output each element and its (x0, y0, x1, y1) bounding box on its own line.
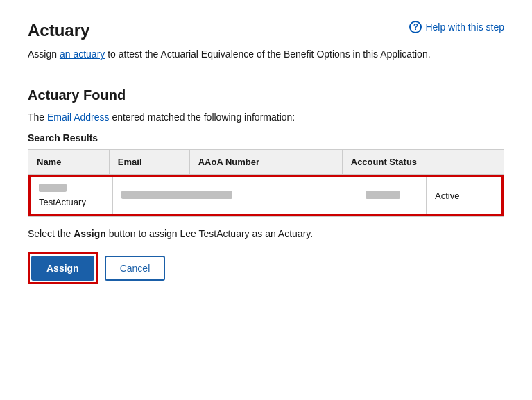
cancel-button[interactable]: Cancel (105, 256, 166, 281)
assign-instruction: Select the Assign button to assign Lee T… (28, 227, 504, 241)
info-suffix: entered matched the following informatio… (110, 112, 295, 123)
info-prefix: The (28, 112, 47, 123)
description-link: an actuary (60, 49, 105, 60)
cell-aaoa (357, 176, 427, 216)
assign-instruction-bold: Assign (74, 228, 106, 239)
info-text: The Email Address entered matched the fo… (28, 112, 504, 123)
cell-email (113, 176, 357, 216)
description-suffix: to attest the Actuarial Equivalence of t… (105, 49, 430, 60)
cell-status: Active (427, 176, 503, 216)
search-results-label: Search Results (28, 132, 504, 144)
help-icon: ? (409, 21, 422, 33)
col-header-name: Name (28, 150, 109, 175)
name-text: TestActuary (39, 197, 86, 207)
help-link[interactable]: ? Help with this step (409, 21, 504, 33)
section-title: Actuary Found (28, 87, 504, 103)
results-table: Name Email AAoA Number Account Status (28, 150, 504, 216)
description-prefix: Assign (28, 49, 60, 60)
table-row[interactable]: TestActuary Active (30, 176, 503, 216)
assign-button[interactable]: Assign (31, 256, 94, 281)
status-text: Active (435, 191, 459, 201)
email-address-highlight: Email Address (47, 112, 109, 123)
name-placeholder-bar (39, 184, 67, 192)
assign-instruction-prefix: Select the (28, 228, 74, 239)
col-header-status: Account Status (342, 150, 504, 175)
cell-name: TestActuary (30, 176, 113, 216)
page-title: Actuary (28, 21, 89, 40)
table-header-row: Name Email AAoA Number Account Status (28, 150, 504, 175)
description: Assign an actuary to attest the Actuaria… (28, 47, 504, 62)
page-container: Actuary ? Help with this step Assign an … (0, 0, 532, 312)
col-header-email: Email (109, 150, 189, 175)
col-header-aaoa: AAoA Number (189, 150, 342, 175)
button-row: Assign Cancel (28, 252, 504, 284)
help-link-text: Help with this step (425, 21, 504, 33)
table-container: Name Email AAoA Number Account Status (28, 149, 504, 217)
email-placeholder-bar (121, 191, 232, 199)
header-row: Actuary ? Help with this step (28, 21, 504, 40)
assign-instruction-suffix: button to assign Lee TestActuary as an A… (106, 228, 313, 239)
assign-button-wrapper: Assign (28, 252, 98, 284)
aaoa-placeholder-bar (366, 191, 400, 199)
section-divider (28, 73, 504, 73)
